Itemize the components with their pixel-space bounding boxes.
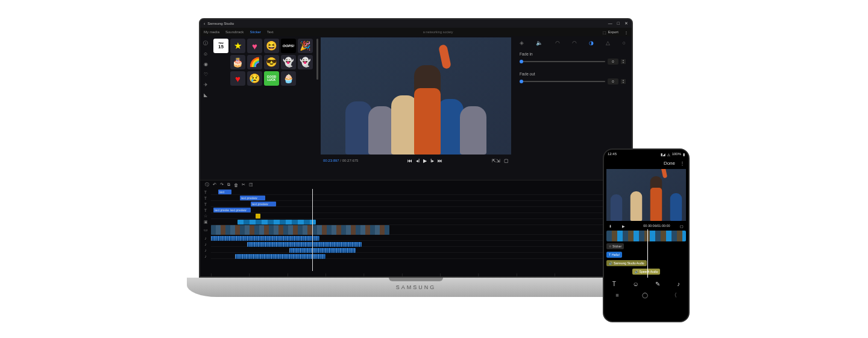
- phone-tool-audio-icon[interactable]: ♪: [677, 281, 680, 287]
- phone-chip-sticker[interactable]: ☆ Sticker: [606, 243, 624, 249]
- phone-playhead[interactable]: [647, 229, 648, 278]
- tab-my-media[interactable]: My media: [204, 30, 219, 34]
- overlay-video-clip[interactable]: [237, 220, 316, 225]
- ghost-sticker[interactable]: 👻: [281, 55, 296, 69]
- text-clip[interactable]: text preview: [240, 196, 265, 200]
- window-maximize-icon[interactable]: □: [617, 21, 620, 26]
- laughing-sticker[interactable]: 😆: [264, 39, 279, 53]
- text-clip[interactable]: text preview: [229, 208, 251, 212]
- back-icon[interactable]: ‹: [204, 22, 205, 26]
- skip-start-icon[interactable]: ⏮: [407, 158, 412, 164]
- track-header-icon[interactable]: ♪: [200, 242, 211, 246]
- sunglasses-sticker[interactable]: 😎: [264, 55, 279, 69]
- track-header-icon[interactable]: T: [200, 196, 211, 200]
- inspector-tab-volume-icon[interactable]: 🔈: [536, 40, 542, 46]
- ghost2-sticker[interactable]: 👻: [298, 55, 313, 69]
- play-icon[interactable]: ▶: [423, 158, 427, 164]
- step-forward-icon[interactable]: Ⅰ▸: [430, 158, 434, 164]
- phone-aspect-icon[interactable]: ▢: [680, 224, 684, 228]
- info-icon[interactable]: ⓘ: [203, 40, 208, 46]
- fade-out-value[interactable]: 0: [608, 78, 618, 84]
- phone-download-icon[interactable]: ⬇: [609, 224, 612, 228]
- timeline-ruler[interactable]: ||||||||||: [200, 271, 632, 278]
- cupcake-sticker[interactable]: 🧁: [281, 71, 296, 86]
- pointer-icon[interactable]: ◣: [204, 92, 207, 98]
- titlebar-more-icon[interactable]: ⋮: [624, 30, 628, 34]
- export-button[interactable]: ⬚ Export: [603, 30, 618, 34]
- track-header-icon[interactable]: ♪: [200, 248, 211, 252]
- smiley-icon[interactable]: ☺: [203, 51, 208, 57]
- phone-tool-draw-icon[interactable]: ✎: [655, 281, 660, 287]
- heart-red-sticker[interactable]: ♥: [230, 71, 245, 86]
- heart-pink-sticker[interactable]: ♥: [247, 39, 262, 53]
- track-header-icon[interactable]: T: [200, 190, 211, 194]
- fade-in-spin-down[interactable]: ▼: [621, 62, 626, 64]
- phone-more-icon[interactable]: ⋮: [680, 161, 685, 166]
- tab-soundtrack[interactable]: Soundtrack: [225, 30, 244, 34]
- tl-tool-info-icon[interactable]: ⓘ: [204, 182, 210, 188]
- calendar-sticker[interactable]: THU15: [213, 39, 228, 53]
- cake-sticker[interactable]: 🎂: [230, 55, 245, 69]
- phone-tool-text-icon[interactable]: T: [612, 281, 616, 287]
- phone-chip-hello[interactable]: T Hello!: [606, 252, 622, 258]
- inspector-tab-crop-icon[interactable]: ◈: [520, 40, 524, 46]
- tab-sticker[interactable]: Sticker: [250, 30, 260, 34]
- track-header-icon[interactable]: ▭: [200, 228, 211, 232]
- window-close-icon[interactable]: ✕: [624, 21, 628, 26]
- phone-tool-sticker-icon[interactable]: ☺: [633, 281, 639, 287]
- fade-in-value[interactable]: 0: [608, 59, 618, 65]
- track-header-icon[interactable]: ♪: [200, 236, 211, 240]
- track-header-icon[interactable]: ♪: [200, 254, 211, 258]
- inspector-tab-speed-icon[interactable]: ◠: [555, 40, 560, 46]
- fullscreen-icon[interactable]: ▢: [504, 158, 509, 164]
- inspector-tab-speed2-icon[interactable]: ◠: [572, 40, 577, 46]
- track-header-icon[interactable]: T: [200, 208, 211, 212]
- phone-done-button[interactable]: Done: [664, 161, 675, 166]
- good-luck-sticker[interactable]: GOOD LUCK: [264, 71, 279, 86]
- plane-icon[interactable]: ✈: [204, 82, 208, 88]
- phone-play-icon[interactable]: ▶: [622, 224, 625, 228]
- phone-nav-recents-icon[interactable]: ≡: [615, 292, 618, 298]
- fade-out-slider[interactable]: [520, 81, 605, 82]
- timeline-playhead[interactable]: [312, 189, 313, 271]
- tl-tool-undo-icon[interactable]: ↶: [212, 182, 218, 187]
- confetti-sticker[interactable]: 🎉: [298, 39, 313, 53]
- sad-sticker[interactable]: 😢: [247, 71, 262, 86]
- rainbow-sticker[interactable]: 🌈: [247, 55, 262, 69]
- safe-zone-icon[interactable]: ⇱⇲: [492, 158, 500, 164]
- text-clip[interactable]: text preview: [218, 190, 231, 194]
- track-header-icon[interactable]: T: [200, 202, 211, 206]
- phone-nav-back-icon[interactable]: 〈: [671, 292, 677, 299]
- star-sticker[interactable]: ★: [230, 39, 245, 53]
- text-clip[interactable]: text preview: [251, 202, 276, 206]
- audio-clip[interactable]: [247, 242, 362, 247]
- phone-nav-home-icon[interactable]: ◯: [642, 292, 648, 298]
- heart-icon[interactable]: ♡: [204, 72, 208, 77]
- inspector-tab-opacity-icon[interactable]: ◑: [589, 40, 594, 46]
- video-clip[interactable]: [211, 225, 389, 235]
- fade-in-slider[interactable]: [520, 61, 605, 62]
- tl-tool-split-icon[interactable]: ✂: [241, 182, 247, 187]
- inspector-tab-color-icon[interactable]: △: [606, 40, 610, 46]
- tl-tool-crop-icon[interactable]: ◫: [248, 182, 254, 187]
- audio-clip[interactable]: [211, 236, 319, 241]
- track-header-icon[interactable]: ▣: [200, 220, 211, 225]
- oops-sticker[interactable]: OOPS!: [281, 39, 296, 53]
- sticker-clip[interactable]: [256, 214, 260, 218]
- phone-video-track[interactable]: [606, 231, 686, 241]
- tl-tool-redo-icon[interactable]: ↷: [219, 182, 225, 187]
- tab-text[interactable]: Text: [267, 30, 274, 34]
- fade-out-spin-down[interactable]: ▼: [621, 81, 626, 84]
- track-header-icon[interactable]: ☆: [200, 214, 211, 218]
- tl-tool-copy-icon[interactable]: ⧉: [226, 182, 231, 187]
- sticker-scrollbar[interactable]: [316, 39, 318, 80]
- step-back-icon[interactable]: ◂Ⅰ: [416, 158, 420, 164]
- phone-chip-studio-audio[interactable]: 🔊 Samsung Studio Audio: [606, 260, 647, 266]
- tl-tool-delete-icon[interactable]: 🗑: [233, 183, 239, 187]
- skip-end-icon[interactable]: ⏭: [438, 158, 442, 164]
- phone-chip-speech-audio[interactable]: 🔊 Speech Audio: [632, 269, 661, 275]
- window-minimize-icon[interactable]: —: [608, 21, 612, 26]
- inspector-tab-filter-icon[interactable]: ○: [623, 40, 626, 46]
- audio-clip[interactable]: [289, 248, 356, 253]
- avatar-icon[interactable]: ◉: [204, 62, 208, 67]
